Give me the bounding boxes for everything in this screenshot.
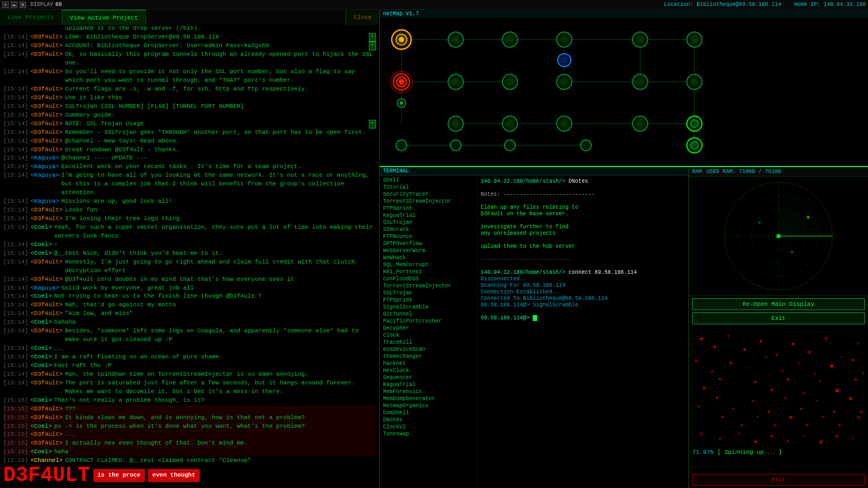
tool-list-item[interactable]: K81_Porttest (382, 268, 475, 275)
tool-list-item[interactable]: TorrentStreamInjector (382, 282, 475, 290)
chat-username: <D3f4ult> (30, 215, 62, 223)
tool-list-item[interactable]: Sequencer (382, 374, 475, 381)
chat-message: @channel - New toys! Read above. (65, 137, 376, 146)
chat-line: [15:15]<D3f4ult>??? (3, 405, 376, 414)
tool-list-item[interactable]: Clock (382, 332, 475, 339)
chat-badge[interactable]: + (369, 120, 376, 129)
tool-list-item[interactable]: SSLTrojan (382, 219, 475, 226)
tool-list-item[interactable]: Shell (382, 177, 475, 184)
chat-line: [15:14]<D3f4ult>Honestly, I'm just going… (3, 258, 376, 275)
chat-username: <D3f4ult> (30, 405, 62, 414)
chat-username: <D3f4ult> (30, 275, 62, 284)
chat-timestamp: [15:14] (3, 318, 28, 327)
tool-list-item[interactable]: WoWHack (382, 254, 475, 261)
chat-line: [15:14]<Kaguya>I'm going to have all of … (3, 171, 376, 197)
tool-list-item[interactable]: FTPSprint (382, 205, 475, 212)
tool-list-item[interactable]: conFloodEOS (382, 275, 475, 282)
chat-username: <D3f4ult> (30, 50, 62, 68)
tool-list-item[interactable]: FTPSprint (382, 297, 475, 304)
tool-list-item[interactable]: ClockV2 (382, 423, 475, 431)
tool-list-item[interactable]: Tutorial (382, 184, 475, 191)
tool-list-item[interactable]: MemForensics (382, 388, 475, 395)
chat-username: <Coel> (30, 241, 52, 249)
spinner-dot (735, 391, 737, 393)
tool-list-item[interactable]: TraceKill (382, 339, 475, 346)
terminal-line: D3F4ult on the base server. (481, 211, 685, 217)
chat-timestamp: [15:14] (3, 25, 28, 33)
tool-list-item[interactable]: Tuneswap (382, 431, 475, 438)
spinner-dot (789, 416, 792, 419)
tool-list-item[interactable]: SSLTrojan (382, 290, 475, 297)
tool-list-item[interactable]: KaguaTrial (382, 381, 475, 388)
tool-list-item[interactable]: FTPBounce (382, 233, 475, 240)
fps-counter: 60 (55, 2, 62, 8)
right-panels: netMap v1.7 (380, 10, 868, 488)
tab-live-projects[interactable]: Live Projects (0, 10, 62, 25)
spinner-dot (730, 362, 732, 364)
tool-list-item[interactable]: DNotes (382, 416, 475, 423)
terminal-line: Clean up any files relating to (481, 204, 685, 210)
chat-line: [15:14]<D3f4ult>Man, the spindown time o… (3, 370, 376, 379)
tool-list-item[interactable]: hacknet (382, 360, 475, 367)
chat-line: [15:14]<D3f4ult>Great rundown @D3f4ult -… (3, 146, 376, 155)
terminal-line: 140.94.32.180/home/stash/> DNotes (481, 178, 685, 184)
chat-timestamp: [15:14] (3, 111, 28, 120)
svg-point-60 (691, 120, 698, 127)
chat-message: hahaha (54, 318, 376, 327)
tab-view-active-project[interactable]: View Active Project (62, 10, 146, 25)
chat-timestamp: [15:14] (3, 137, 28, 146)
alert-big-text: D3F4ULT (3, 465, 90, 486)
chat-badge[interactable]: + (369, 42, 376, 50)
chat-username: <D3f4ult> (30, 94, 62, 102)
tool-list-item[interactable]: TorrentStreamInjector (382, 198, 475, 205)
spinner-dot (722, 416, 724, 418)
tool-list-item[interactable]: SQL_MemCorrupt (382, 261, 475, 268)
chat-line: [15:14]<D3f4ult>Nah, that'd go against m… (3, 301, 376, 310)
chat-line: [15:14]<D3f4ult>I'm loving their tree lo… (3, 215, 376, 223)
exit-btn-bottom[interactable]: Exit (692, 474, 865, 486)
tool-list-item[interactable]: themechanger (382, 353, 475, 360)
chat-timestamp: [15:14] (3, 146, 28, 155)
reopen-main-display-btn[interactable]: Re-Open Main Display (692, 298, 865, 310)
tool-list-item[interactable]: SecurityTracer (382, 191, 475, 198)
spinner-dot (787, 378, 790, 381)
spinner-dot (705, 421, 707, 423)
win-gear-btn[interactable]: ⚙ (20, 2, 26, 8)
spinner-label: [ Spinning up... ] (717, 449, 782, 455)
spinner-dot (822, 416, 824, 418)
chat-message: SSLTrojan [SSL NUMBER] [FLAG] [TUNNEL PO… (65, 102, 376, 111)
tool-list-item[interactable]: SignalScramble (382, 304, 475, 311)
tool-list-item[interactable]: KaguaTrial (382, 212, 475, 219)
exit-btn-1[interactable]: Exit (692, 312, 865, 324)
tool-list-item[interactable]: GitTunnel (382, 311, 475, 318)
chat-username: <D3f4ult> (30, 146, 62, 155)
tool-list-item[interactable]: HexClock (382, 367, 475, 374)
tool-list-item[interactable]: Decypher (382, 325, 475, 332)
spinner-dot (719, 378, 721, 380)
tool-list-item[interactable]: PacificPortcrusher (382, 318, 475, 325)
ram-value: USED RAM: 718mb / 761mb (706, 169, 781, 175)
tool-list-item[interactable]: SMTPOverflow (382, 240, 475, 247)
tab-close-btn[interactable]: Close (346, 10, 379, 25)
win-min-btn[interactable]: ▬ (11, 2, 17, 8)
chat-timestamp: [15:14] (3, 241, 28, 249)
chat-username: <Coel> (30, 223, 52, 241)
tool-list-item[interactable]: SSHcrack (382, 226, 475, 233)
chat-badge[interactable]: + (369, 33, 376, 42)
spinner-dot (854, 378, 857, 381)
tool-list-item[interactable]: eosDeviceScan (382, 346, 475, 353)
chat-timestamp: [15:14] (3, 379, 28, 396)
tool-list-item[interactable]: WebServerWorm (382, 247, 475, 254)
svg-point-28 (399, 79, 404, 85)
tool-list-item[interactable]: NetmapOrganics (382, 402, 475, 409)
chat-line: [15:19]<Coel>haha (3, 448, 376, 457)
spinner-dot (716, 397, 718, 399)
tool-list-item[interactable]: MemDumpGenerator (382, 395, 475, 402)
chat-line: [15:14]<D3f4ult>Current flags are -s, -w… (3, 85, 376, 94)
chat-username: <Coel> (30, 422, 52, 431)
spinner-dot (784, 397, 786, 399)
terminal-line: 140.94.32.180/home/stash/> connect 69.58… (481, 269, 685, 275)
tool-list-item[interactable]: ComShell (382, 409, 475, 416)
win-close-btn[interactable]: ✕ (2, 2, 9, 8)
chat-message: Man, the spindown time on TorrentStreamI… (65, 370, 376, 379)
